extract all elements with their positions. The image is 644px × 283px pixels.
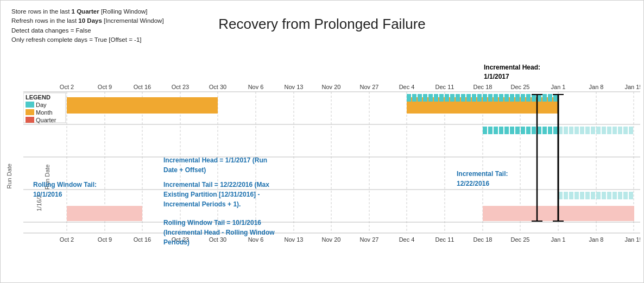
header-line2: Refresh rows in the last 10 Days [Increm… xyxy=(11,16,164,26)
svg-rect-62 xyxy=(407,94,411,102)
svg-rect-106 xyxy=(569,127,573,134)
svg-text:LEGEND: LEGEND xyxy=(26,94,50,100)
svg-text:Dec 25: Dec 25 xyxy=(511,84,530,90)
svg-text:Jan 8: Jan 8 xyxy=(589,84,604,90)
svg-rect-73 xyxy=(466,94,471,102)
svg-rect-122 xyxy=(580,192,584,199)
svg-rect-65 xyxy=(423,94,427,102)
svg-rect-103 xyxy=(553,127,558,134)
svg-text:Oct 23: Oct 23 xyxy=(172,84,189,90)
svg-rect-79 xyxy=(499,94,503,102)
svg-rect-74 xyxy=(472,94,476,102)
rolling-window-formula-annotation: Rolling Window Tail = 10/1/2016 (Increme… xyxy=(163,218,277,247)
svg-rect-83 xyxy=(521,94,525,102)
svg-rect-81 xyxy=(510,94,514,102)
header-quarter: 1 Quarter xyxy=(72,8,99,15)
svg-rect-97 xyxy=(521,127,525,134)
svg-rect-98 xyxy=(526,127,531,134)
svg-rect-127 xyxy=(607,192,611,199)
svg-text:Nov 6: Nov 6 xyxy=(248,84,264,90)
svg-rect-72 xyxy=(461,94,465,102)
month-bar-1 xyxy=(67,97,218,114)
svg-text:Jan 15: Jan 15 xyxy=(624,236,640,243)
svg-text:Dec 11: Dec 11 xyxy=(435,236,454,243)
svg-rect-76 xyxy=(483,94,487,102)
svg-rect-117 xyxy=(629,127,633,134)
svg-rect-125 xyxy=(596,192,601,199)
svg-rect-130 xyxy=(623,192,628,199)
svg-rect-60 xyxy=(26,117,34,123)
svg-rect-109 xyxy=(585,127,590,134)
incremental-head-top-label: Incremental Head:1/1/2017 xyxy=(484,63,540,81)
svg-rect-66 xyxy=(428,94,433,102)
header-line3: Detect data changes = False xyxy=(11,26,164,35)
svg-text:Oct 30: Oct 30 xyxy=(209,84,226,90)
svg-rect-90 xyxy=(483,127,487,134)
svg-rect-110 xyxy=(591,127,595,134)
svg-rect-69 xyxy=(445,94,449,102)
svg-rect-112 xyxy=(602,127,606,134)
header-info: Store rows in the last 1 Quarter [Rollin… xyxy=(11,7,164,45)
svg-rect-99 xyxy=(532,127,536,134)
pink-bar-row5-left xyxy=(67,206,142,221)
svg-text:Nov 20: Nov 20 xyxy=(322,236,341,243)
svg-text:Nov 13: Nov 13 xyxy=(285,84,304,90)
svg-text:Month: Month xyxy=(36,109,53,116)
svg-rect-128 xyxy=(613,192,617,199)
svg-rect-114 xyxy=(613,127,617,134)
svg-rect-68 xyxy=(439,94,444,102)
day-tiles-row4-light xyxy=(558,192,633,199)
svg-text:Nov 13: Nov 13 xyxy=(285,236,304,243)
svg-rect-63 xyxy=(412,94,416,102)
svg-text:Dec 25: Dec 25 xyxy=(511,236,530,243)
svg-text:Dec 11: Dec 11 xyxy=(435,84,454,90)
svg-rect-71 xyxy=(456,94,460,102)
svg-text:Jan 1: Jan 1 xyxy=(551,84,566,90)
day-tiles-row2-light xyxy=(558,127,633,134)
svg-rect-82 xyxy=(515,94,520,102)
svg-rect-115 xyxy=(618,127,622,134)
svg-rect-120 xyxy=(569,192,573,199)
svg-rect-80 xyxy=(504,94,509,102)
svg-text:Dec 4: Dec 4 xyxy=(399,84,415,90)
svg-rect-124 xyxy=(591,192,595,199)
svg-rect-78 xyxy=(494,94,498,102)
header-line4: Only refresh complete days = True [Offse… xyxy=(11,35,164,45)
svg-text:Oct 9: Oct 9 xyxy=(98,84,112,90)
svg-rect-94 xyxy=(504,127,509,134)
run-date-label: Run Date xyxy=(6,163,12,188)
svg-rect-96 xyxy=(515,127,520,134)
svg-text:Day: Day xyxy=(36,102,47,108)
svg-text:Oct 2: Oct 2 xyxy=(60,84,74,90)
svg-rect-75 xyxy=(477,94,482,102)
chart-svg: Oct 2 Oct 9 Oct 16 Oct 23 Oct 30 Nov 6 N… xyxy=(23,81,640,260)
svg-rect-105 xyxy=(564,127,568,134)
svg-rect-95 xyxy=(510,127,514,134)
svg-text:Oct 16: Oct 16 xyxy=(134,236,151,243)
incremental-head-annotation: Incremental Head = 1/1/2017 (Run Date + … xyxy=(163,155,277,175)
svg-rect-88 xyxy=(548,94,552,102)
main-container: Recovery from Prolonged Failure Store ro… xyxy=(0,0,644,283)
rolling-window-tail-label: Rolling Window Tail:10/1/2016 xyxy=(33,180,97,199)
svg-rect-91 xyxy=(488,127,493,134)
svg-rect-129 xyxy=(618,192,622,199)
svg-rect-121 xyxy=(574,192,579,199)
svg-text:Dec 4: Dec 4 xyxy=(399,236,415,243)
svg-rect-64 xyxy=(418,94,422,102)
svg-text:Oct 2: Oct 2 xyxy=(60,236,74,243)
svg-rect-87 xyxy=(542,94,547,102)
svg-text:Dec 18: Dec 18 xyxy=(473,236,493,243)
svg-rect-123 xyxy=(585,192,590,199)
incremental-tail-right-label: Incremental Tail:12/22/2016 xyxy=(457,169,508,188)
svg-rect-101 xyxy=(542,127,547,134)
svg-rect-85 xyxy=(532,94,536,102)
svg-text:Oct 9: Oct 9 xyxy=(98,236,112,243)
svg-rect-58 xyxy=(26,109,34,115)
svg-rect-77 xyxy=(488,94,493,102)
svg-text:Nov 27: Nov 27 xyxy=(360,236,379,243)
svg-text:Quarter: Quarter xyxy=(36,117,56,123)
svg-rect-107 xyxy=(574,127,579,134)
svg-rect-131 xyxy=(629,192,633,199)
pink-bar-row5-far xyxy=(558,206,634,221)
svg-text:Nov 27: Nov 27 xyxy=(360,84,379,90)
